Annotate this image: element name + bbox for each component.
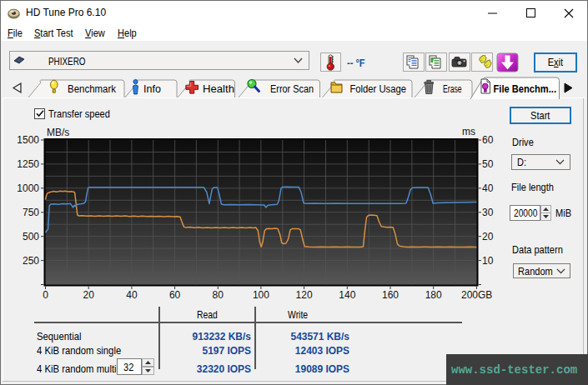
svg-text:1250: 1250: [17, 158, 39, 170]
svg-text:50: 50: [482, 158, 494, 170]
svg-text:750: 750: [23, 207, 39, 218]
svg-text:40: 40: [126, 289, 138, 301]
svg-text:60: 60: [482, 134, 494, 146]
svg-text:MB/s: MB/s: [47, 127, 69, 138]
svg-text:120: 120: [296, 289, 313, 301]
svg-text:1500: 1500: [17, 134, 39, 146]
svg-text:Erase: Erase: [443, 83, 462, 95]
svg-text:Folder Usage: Folder Usage: [350, 83, 407, 95]
svg-text:20: 20: [482, 231, 494, 242]
svg-text:20: 20: [83, 289, 95, 301]
svg-text:ms: ms: [462, 126, 475, 138]
svg-text:40: 40: [482, 182, 494, 194]
svg-text:200GB: 200GB: [461, 289, 492, 301]
svg-text:10: 10: [482, 255, 494, 267]
svg-text:Health: Health: [203, 83, 234, 95]
svg-text:Benchmark: Benchmark: [68, 83, 117, 95]
svg-text:100: 100: [253, 289, 269, 301]
svg-text:140: 140: [339, 289, 355, 301]
svg-text:Error Scan: Error Scan: [270, 83, 314, 95]
svg-text:160: 160: [382, 289, 399, 301]
svg-text:250: 250: [23, 255, 39, 267]
svg-text:500: 500: [23, 231, 39, 242]
svg-text:80: 80: [213, 289, 224, 301]
svg-text:1000: 1000: [17, 182, 39, 194]
svg-text:180: 180: [425, 289, 442, 301]
svg-text:File Benchm...: File Benchm...: [494, 83, 557, 95]
svg-text:0: 0: [43, 289, 48, 301]
svg-text:30: 30: [482, 207, 494, 218]
svg-text:Info: Info: [143, 83, 161, 95]
svg-text:60: 60: [169, 289, 181, 301]
